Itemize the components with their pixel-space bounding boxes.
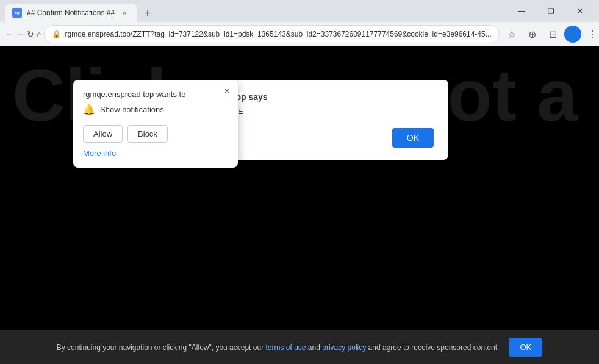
tab-favicon: ## — [12, 8, 22, 18]
menu-button[interactable]: ⋮ — [583, 24, 599, 44]
toolbar-right: ☆ ⊕ ⊡ 👤 ⋮ — [502, 24, 599, 44]
notification-popup: × rgmqe.enspread.top wants to 🔔 Show not… — [73, 80, 238, 168]
forward-button[interactable]: → — [16, 24, 24, 44]
address-input-wrap[interactable]: 🔒 rgmqe.enspread.top/ZZTT?tag_id=737122&… — [44, 25, 499, 43]
tab-bar: ## ## Confirm Notifications ## × + — ❑ ✕ — [0, 0, 599, 22]
home-button[interactable]: ⌂ — [37, 24, 41, 44]
browser-window: ## ## Confirm Notifications ## × + — ❑ ✕… — [0, 0, 599, 364]
permission-text: Show notifications — [100, 105, 164, 114]
allow-button[interactable]: Allow — [83, 125, 123, 143]
cast-button[interactable]: ⊡ — [543, 24, 563, 44]
terms-of-use-link[interactable]: terms of use — [265, 343, 306, 352]
lock-icon: 🔒 — [52, 30, 61, 38]
consent-text-after: and agree to receive sponsored content. — [368, 343, 500, 352]
close-button[interactable]: ✕ — [566, 2, 594, 20]
consent-text: By continuing your navigation or clickin… — [57, 343, 500, 352]
ok-button[interactable]: OK — [392, 128, 434, 148]
profile-button[interactable]: 👤 — [564, 26, 581, 43]
consent-and-text: and — [308, 343, 320, 352]
privacy-policy-link[interactable]: privacy policy — [322, 343, 366, 352]
new-tab-button[interactable]: + — [139, 5, 156, 22]
popup-title: rgmqe.enspread.top wants to — [83, 90, 228, 99]
back-button[interactable]: ← — [5, 24, 13, 44]
consent-text-before: By continuing your navigation or clickin… — [57, 343, 264, 352]
page-content: Click u are not a × rgmqe.enspread.top w… — [0, 46, 599, 364]
window-controls: — ❑ ✕ — [508, 2, 594, 22]
active-tab[interactable]: ## ## Confirm Notifications ## × — [5, 4, 137, 22]
extensions-button[interactable]: ⊕ — [523, 24, 542, 44]
popup-buttons: Allow Block — [83, 125, 228, 143]
reload-button[interactable]: ↻ — [27, 24, 34, 44]
maximize-button[interactable]: ❑ — [537, 2, 565, 20]
minimize-button[interactable]: — — [508, 2, 536, 20]
block-button[interactable]: Block — [127, 125, 168, 143]
bookmark-star-button[interactable]: ☆ — [502, 24, 522, 44]
consent-bar: By continuing your navigation or clickin… — [0, 330, 599, 364]
more-info-link[interactable]: More info — [83, 149, 228, 158]
tab-close-button[interactable]: × — [120, 8, 129, 18]
bell-icon: 🔔 — [83, 104, 95, 115]
tab-title: ## Confirm Notifications ## — [27, 9, 115, 17]
popup-close-button[interactable]: × — [221, 85, 233, 97]
permission-row: 🔔 Show notifications — [83, 104, 228, 115]
url-display: rgmqe.enspread.top/ZZTT?tag_id=737122&su… — [65, 30, 491, 38]
consent-ok-button[interactable]: OK — [509, 338, 542, 357]
address-bar: ← → ↻ ⌂ 🔒 rgmqe.enspread.top/ZZTT?tag_id… — [0, 22, 599, 46]
